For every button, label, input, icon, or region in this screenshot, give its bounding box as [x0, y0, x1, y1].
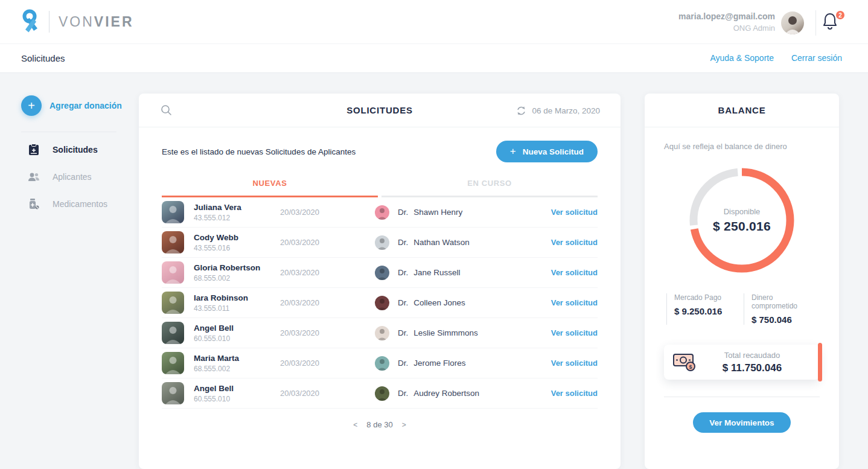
- add-donation-button[interactable]: + Agregar donación: [21, 95, 122, 116]
- balance-divider: [664, 397, 820, 397]
- stat-dinero-comprometido: Dinero comprometido $ 750.046: [744, 293, 820, 325]
- add-donation-label: Agregar donación: [49, 101, 122, 110]
- doctor-prefix: Dr.: [398, 238, 408, 247]
- plus-icon: +: [510, 145, 516, 158]
- logo-divider: [49, 11, 49, 33]
- ver-movimientos-button[interactable]: Ver Movimientos: [693, 412, 790, 433]
- table-row: Angel Bell 60.555.010 20/03/2020 Dr.Lesl…: [162, 318, 598, 348]
- table-row: Iara Robinson 43.555.011 20/03/2020 Dr.C…: [162, 288, 598, 318]
- tab-nuevas[interactable]: NUEVAS: [162, 179, 378, 197]
- view-request-link[interactable]: Ver solicitud: [551, 268, 598, 277]
- applicant-avatar: [162, 292, 184, 314]
- total-accent-bar: [818, 343, 822, 381]
- doctor-name: Jerome Flores: [413, 359, 465, 368]
- tab-en-curso[interactable]: EN CURSO: [381, 179, 598, 197]
- pagination-label: 8 de 30: [366, 420, 392, 429]
- pagination-prev[interactable]: <: [353, 421, 357, 429]
- view-request-link[interactable]: Ver solicitud: [551, 328, 598, 337]
- request-date: 20/03/2020: [280, 328, 375, 337]
- view-request-link[interactable]: Ver solicitud: [551, 238, 598, 247]
- sub-header: Solicitudes Ayuda & Soporte Cerrar sesió…: [0, 43, 868, 72]
- table-row: Juliana Vera 43.555.012 20/03/2020 Dr.Sh…: [162, 197, 598, 228]
- doctor-avatar: [375, 266, 389, 280]
- applicant-name: Juliana Vera: [194, 203, 280, 212]
- sidebar-item-label: Medicamentos: [53, 199, 107, 209]
- top-header: VONVIER maria.lopez@gmail.com ONG Admin …: [0, 0, 868, 43]
- solicitudes-panel-header: SOLICITUDES 06 de Marzo, 2020: [139, 94, 621, 127]
- donut-label: Disponible: [724, 207, 761, 216]
- tabs: NUEVAS EN CURSO: [162, 179, 598, 197]
- solicitudes-panel: SOLICITUDES 06 de Marzo, 2020 Este es el…: [139, 94, 621, 469]
- user-email: maria.lopez@gmail.com: [678, 11, 775, 21]
- plus-icon: +: [21, 95, 42, 116]
- sidebar-item-label: Solicitudes: [53, 145, 98, 155]
- table-row: Maria Marta 68.555.002 20/03/2020 Dr.Jer…: [162, 348, 598, 378]
- applicant-name: Angel Bell: [194, 384, 280, 393]
- doctor-avatar: [375, 205, 389, 220]
- doctor-avatar: [375, 235, 389, 250]
- brand-logo: VONVIER: [21, 9, 134, 34]
- doctor-prefix: Dr.: [398, 359, 408, 368]
- user-role: ONG Admin: [678, 24, 775, 33]
- applicant-avatar: [162, 382, 184, 404]
- new-solicitud-button[interactable]: + Nueva Solicitud: [496, 141, 598, 162]
- sidebar: + Agregar donación Solicitudes: [0, 72, 139, 469]
- applicant-id: 68.555.002: [194, 365, 280, 373]
- request-date: 20/03/2020: [280, 208, 375, 217]
- help-link[interactable]: Ayuda & Soporte: [710, 53, 774, 63]
- sidebar-item-label: Aplicantes: [53, 172, 92, 182]
- pagination-next[interactable]: >: [402, 421, 406, 429]
- breadcrumb: Solicitudes: [21, 53, 65, 63]
- avatar[interactable]: [781, 11, 804, 34]
- applicant-name: Gloria Robertson: [194, 263, 280, 272]
- list-subtitle: Este es el listado de nuevas Solicitudes…: [162, 147, 356, 156]
- view-request-link[interactable]: Ver solicitud: [551, 359, 598, 368]
- applicant-name: Iara Robinson: [194, 293, 280, 302]
- doctor-prefix: Dr.: [398, 328, 408, 337]
- sidebar-menu: Solicitudes Aplicantes: [28, 142, 107, 211]
- request-date: 20/03/2020: [280, 238, 375, 247]
- applicant-name: Angel Bell: [194, 324, 280, 333]
- doctor-name: Shawn Henry: [413, 208, 462, 217]
- doctor-name: Audrey Robertson: [413, 389, 479, 398]
- logout-link[interactable]: Cerrar sesión: [791, 53, 842, 63]
- view-request-link[interactable]: Ver solicitud: [551, 208, 598, 217]
- pagination: < 8 de 30 >: [162, 420, 598, 429]
- table-row: Gloria Robertson 68.555.002 20/03/2020 D…: [162, 258, 598, 288]
- balance-panel: BALANCE Aquí se refleja el balance de di…: [645, 94, 839, 469]
- notifications-bell[interactable]: 2: [822, 12, 843, 34]
- money-icon: $: [672, 352, 704, 372]
- donut-value: $ 250.016: [713, 219, 771, 234]
- doctor-prefix: Dr.: [398, 208, 408, 217]
- account-info: maria.lopez@gmail.com ONG Admin: [678, 11, 775, 33]
- applicant-id: 43.555.016: [194, 244, 280, 252]
- sidebar-item-medicamentos[interactable]: Medicamentos: [28, 197, 107, 211]
- sidebar-item-solicitudes[interactable]: Solicitudes: [28, 142, 107, 157]
- balance-donut-chart: Disponible $ 250.016: [688, 167, 796, 274]
- applicant-id: 43.555.011: [194, 304, 280, 313]
- applicant-name: Maria Marta: [194, 354, 280, 363]
- table-row: Angel Bell 60.555.010 20/03/2020 Dr.Audr…: [162, 378, 598, 409]
- view-request-link[interactable]: Ver solicitud: [551, 298, 598, 307]
- view-request-link[interactable]: Ver solicitud: [551, 389, 598, 398]
- refresh-icon[interactable]: [516, 106, 526, 116]
- request-date: 20/03/2020: [280, 298, 375, 307]
- applicant-avatar: [162, 231, 184, 254]
- medicine-icon: [28, 198, 40, 210]
- doctor-avatar: [375, 326, 389, 340]
- stat-mercado-pago: Mercado Pago $ 9.250.016: [666, 293, 744, 325]
- total-label: Total recaudado: [704, 351, 800, 360]
- total-recaudado-card: $ Total recaudado $ 11.750.046: [664, 345, 820, 380]
- total-value: $ 11.750.046: [704, 362, 800, 374]
- header-divider: [815, 10, 816, 36]
- applicant-id: 60.555.010: [194, 334, 280, 343]
- sidebar-divider: [21, 132, 116, 132]
- sidebar-item-aplicantes[interactable]: Aplicantes: [28, 170, 107, 184]
- doctor-avatar: [375, 356, 389, 371]
- balance-title: BALANCE: [645, 94, 839, 127]
- applicant-id: 43.555.012: [194, 214, 280, 222]
- doctor-name: Leslie Simmmons: [413, 328, 478, 337]
- search-icon[interactable]: [161, 104, 172, 118]
- applicant-id: 60.555.010: [194, 395, 280, 403]
- applicant-avatar: [162, 352, 184, 374]
